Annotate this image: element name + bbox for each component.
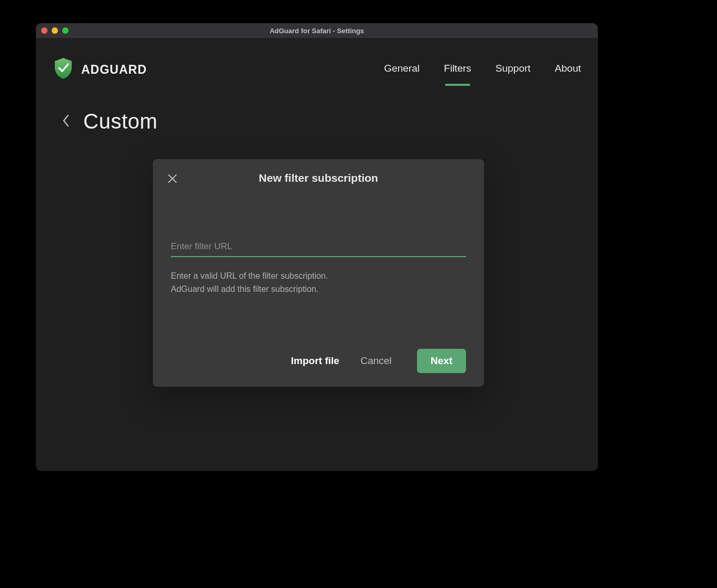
window-controls	[41, 27, 69, 34]
modal-title: New filter subscription	[259, 172, 378, 184]
modal-footer: Import file Cancel Next	[153, 349, 484, 373]
window-title: AdGuard for Safari - Settings	[36, 27, 598, 35]
nav-item-label: Filters	[444, 63, 471, 74]
modal-body: Enter a valid URL of the filter subscrip…	[153, 241, 484, 296]
filter-url-input[interactable]	[171, 241, 466, 257]
nav-item-label: Support	[496, 63, 531, 74]
nav-general[interactable]: General	[384, 63, 420, 76]
chevron-left-icon	[62, 114, 70, 127]
modal-close-button[interactable]	[166, 172, 179, 185]
nav-filters[interactable]: Filters	[444, 63, 471, 76]
help-line: AdGuard will add this filter subscriptio…	[171, 283, 466, 296]
nav-about[interactable]: About	[555, 63, 581, 76]
modal-new-filter-subscription: New filter subscription Enter a valid UR…	[153, 159, 484, 387]
brand: ADGUARD	[53, 57, 147, 82]
nav-item-label: About	[555, 63, 581, 74]
nav: General Filters Support About	[384, 63, 581, 76]
nav-item-label: General	[384, 63, 420, 74]
back-button[interactable]	[62, 114, 70, 129]
help-line: Enter a valid URL of the filter subscrip…	[171, 270, 466, 283]
shield-icon	[53, 57, 74, 82]
app-window: AdGuard for Safari - Settings	[36, 23, 598, 471]
cancel-button[interactable]: Cancel	[361, 355, 392, 367]
minimize-window-button[interactable]	[52, 27, 58, 34]
zoom-window-button[interactable]	[62, 27, 69, 34]
modal-header: New filter subscription	[153, 159, 484, 197]
brand-name: ADGUARD	[81, 63, 147, 77]
modal-help-text: Enter a valid URL of the filter subscrip…	[171, 270, 466, 296]
nav-support[interactable]: Support	[496, 63, 531, 76]
page-title: Custom	[83, 110, 158, 133]
close-icon	[167, 173, 178, 184]
app-header: ADGUARD General Filters Support About	[53, 38, 581, 101]
next-button[interactable]: Next	[417, 349, 466, 373]
close-window-button[interactable]	[41, 27, 47, 34]
breadcrumb: Custom	[62, 110, 581, 133]
import-file-button[interactable]: Import file	[291, 355, 340, 367]
titlebar: AdGuard for Safari - Settings	[36, 23, 598, 38]
app-body: ADGUARD General Filters Support About Cu…	[36, 38, 598, 471]
